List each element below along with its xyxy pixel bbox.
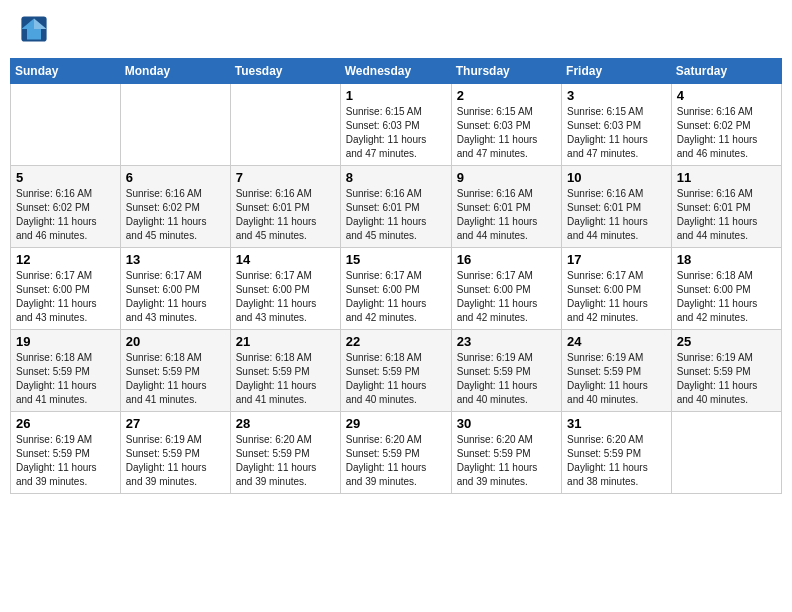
week-row-1: 1Sunrise: 6:15 AM Sunset: 6:03 PM Daylig… [11, 84, 782, 166]
calendar-cell: 19Sunrise: 6:18 AM Sunset: 5:59 PM Dayli… [11, 330, 121, 412]
cell-info: Sunrise: 6:19 AM Sunset: 5:59 PM Dayligh… [677, 351, 776, 407]
calendar-cell: 7Sunrise: 6:16 AM Sunset: 6:01 PM Daylig… [230, 166, 340, 248]
cell-info: Sunrise: 6:16 AM Sunset: 6:01 PM Dayligh… [346, 187, 446, 243]
logo-icon [20, 15, 48, 43]
day-number: 20 [126, 334, 225, 349]
calendar-cell: 21Sunrise: 6:18 AM Sunset: 5:59 PM Dayli… [230, 330, 340, 412]
day-number: 3 [567, 88, 666, 103]
day-number: 22 [346, 334, 446, 349]
day-number: 21 [236, 334, 335, 349]
calendar-cell: 4Sunrise: 6:16 AM Sunset: 6:02 PM Daylig… [671, 84, 781, 166]
week-row-4: 19Sunrise: 6:18 AM Sunset: 5:59 PM Dayli… [11, 330, 782, 412]
day-number: 31 [567, 416, 666, 431]
day-number: 11 [677, 170, 776, 185]
calendar-cell: 14Sunrise: 6:17 AM Sunset: 6:00 PM Dayli… [230, 248, 340, 330]
day-number: 30 [457, 416, 556, 431]
weekday-friday: Friday [562, 59, 672, 84]
calendar-cell: 13Sunrise: 6:17 AM Sunset: 6:00 PM Dayli… [120, 248, 230, 330]
cell-info: Sunrise: 6:16 AM Sunset: 6:01 PM Dayligh… [677, 187, 776, 243]
calendar-cell: 18Sunrise: 6:18 AM Sunset: 6:00 PM Dayli… [671, 248, 781, 330]
day-number: 1 [346, 88, 446, 103]
calendar-cell: 23Sunrise: 6:19 AM Sunset: 5:59 PM Dayli… [451, 330, 561, 412]
cell-info: Sunrise: 6:19 AM Sunset: 5:59 PM Dayligh… [457, 351, 556, 407]
cell-info: Sunrise: 6:17 AM Sunset: 6:00 PM Dayligh… [567, 269, 666, 325]
cell-info: Sunrise: 6:15 AM Sunset: 6:03 PM Dayligh… [457, 105, 556, 161]
cell-info: Sunrise: 6:17 AM Sunset: 6:00 PM Dayligh… [16, 269, 115, 325]
day-number: 7 [236, 170, 335, 185]
cell-info: Sunrise: 6:20 AM Sunset: 5:59 PM Dayligh… [236, 433, 335, 489]
cell-info: Sunrise: 6:18 AM Sunset: 5:59 PM Dayligh… [126, 351, 225, 407]
cell-info: Sunrise: 6:15 AM Sunset: 6:03 PM Dayligh… [346, 105, 446, 161]
cell-info: Sunrise: 6:18 AM Sunset: 5:59 PM Dayligh… [16, 351, 115, 407]
calendar-cell: 5Sunrise: 6:16 AM Sunset: 6:02 PM Daylig… [11, 166, 121, 248]
calendar-cell: 2Sunrise: 6:15 AM Sunset: 6:03 PM Daylig… [451, 84, 561, 166]
cell-info: Sunrise: 6:17 AM Sunset: 6:00 PM Dayligh… [126, 269, 225, 325]
day-number: 24 [567, 334, 666, 349]
calendar-cell: 28Sunrise: 6:20 AM Sunset: 5:59 PM Dayli… [230, 412, 340, 494]
cell-info: Sunrise: 6:16 AM Sunset: 6:02 PM Dayligh… [16, 187, 115, 243]
calendar-cell: 15Sunrise: 6:17 AM Sunset: 6:00 PM Dayli… [340, 248, 451, 330]
weekday-saturday: Saturday [671, 59, 781, 84]
cell-info: Sunrise: 6:17 AM Sunset: 6:00 PM Dayligh… [236, 269, 335, 325]
cell-info: Sunrise: 6:18 AM Sunset: 5:59 PM Dayligh… [236, 351, 335, 407]
week-row-3: 12Sunrise: 6:17 AM Sunset: 6:00 PM Dayli… [11, 248, 782, 330]
day-number: 15 [346, 252, 446, 267]
cell-info: Sunrise: 6:20 AM Sunset: 5:59 PM Dayligh… [567, 433, 666, 489]
calendar-cell: 8Sunrise: 6:16 AM Sunset: 6:01 PM Daylig… [340, 166, 451, 248]
calendar-cell: 1Sunrise: 6:15 AM Sunset: 6:03 PM Daylig… [340, 84, 451, 166]
calendar-cell [230, 84, 340, 166]
calendar-cell: 11Sunrise: 6:16 AM Sunset: 6:01 PM Dayli… [671, 166, 781, 248]
day-number: 4 [677, 88, 776, 103]
day-number: 9 [457, 170, 556, 185]
day-number: 17 [567, 252, 666, 267]
day-number: 28 [236, 416, 335, 431]
calendar-cell: 20Sunrise: 6:18 AM Sunset: 5:59 PM Dayli… [120, 330, 230, 412]
day-number: 2 [457, 88, 556, 103]
calendar-cell: 16Sunrise: 6:17 AM Sunset: 6:00 PM Dayli… [451, 248, 561, 330]
day-number: 29 [346, 416, 446, 431]
day-number: 26 [16, 416, 115, 431]
cell-info: Sunrise: 6:20 AM Sunset: 5:59 PM Dayligh… [457, 433, 556, 489]
day-number: 16 [457, 252, 556, 267]
calendar-table: SundayMondayTuesdayWednesdayThursdayFrid… [10, 58, 782, 494]
cell-info: Sunrise: 6:17 AM Sunset: 6:00 PM Dayligh… [457, 269, 556, 325]
calendar-cell: 17Sunrise: 6:17 AM Sunset: 6:00 PM Dayli… [562, 248, 672, 330]
calendar-cell: 3Sunrise: 6:15 AM Sunset: 6:03 PM Daylig… [562, 84, 672, 166]
cell-info: Sunrise: 6:20 AM Sunset: 5:59 PM Dayligh… [346, 433, 446, 489]
cell-info: Sunrise: 6:17 AM Sunset: 6:00 PM Dayligh… [346, 269, 446, 325]
logo [20, 15, 52, 43]
calendar-cell: 29Sunrise: 6:20 AM Sunset: 5:59 PM Dayli… [340, 412, 451, 494]
weekday-tuesday: Tuesday [230, 59, 340, 84]
day-number: 23 [457, 334, 556, 349]
day-number: 19 [16, 334, 115, 349]
day-number: 27 [126, 416, 225, 431]
page-header [10, 10, 782, 48]
weekday-monday: Monday [120, 59, 230, 84]
day-number: 14 [236, 252, 335, 267]
day-number: 13 [126, 252, 225, 267]
calendar-cell: 30Sunrise: 6:20 AM Sunset: 5:59 PM Dayli… [451, 412, 561, 494]
calendar-cell: 6Sunrise: 6:16 AM Sunset: 6:02 PM Daylig… [120, 166, 230, 248]
weekday-sunday: Sunday [11, 59, 121, 84]
calendar-cell [11, 84, 121, 166]
calendar-cell: 10Sunrise: 6:16 AM Sunset: 6:01 PM Dayli… [562, 166, 672, 248]
calendar-cell: 31Sunrise: 6:20 AM Sunset: 5:59 PM Dayli… [562, 412, 672, 494]
day-number: 5 [16, 170, 115, 185]
cell-info: Sunrise: 6:16 AM Sunset: 6:01 PM Dayligh… [457, 187, 556, 243]
cell-info: Sunrise: 6:18 AM Sunset: 6:00 PM Dayligh… [677, 269, 776, 325]
calendar-cell: 9Sunrise: 6:16 AM Sunset: 6:01 PM Daylig… [451, 166, 561, 248]
cell-info: Sunrise: 6:16 AM Sunset: 6:01 PM Dayligh… [236, 187, 335, 243]
calendar-cell: 12Sunrise: 6:17 AM Sunset: 6:00 PM Dayli… [11, 248, 121, 330]
week-row-2: 5Sunrise: 6:16 AM Sunset: 6:02 PM Daylig… [11, 166, 782, 248]
cell-info: Sunrise: 6:16 AM Sunset: 6:02 PM Dayligh… [677, 105, 776, 161]
cell-info: Sunrise: 6:18 AM Sunset: 5:59 PM Dayligh… [346, 351, 446, 407]
weekday-wednesday: Wednesday [340, 59, 451, 84]
cell-info: Sunrise: 6:16 AM Sunset: 6:02 PM Dayligh… [126, 187, 225, 243]
day-number: 12 [16, 252, 115, 267]
calendar-cell: 27Sunrise: 6:19 AM Sunset: 5:59 PM Dayli… [120, 412, 230, 494]
calendar-cell: 24Sunrise: 6:19 AM Sunset: 5:59 PM Dayli… [562, 330, 672, 412]
cell-info: Sunrise: 6:19 AM Sunset: 5:59 PM Dayligh… [567, 351, 666, 407]
cell-info: Sunrise: 6:19 AM Sunset: 5:59 PM Dayligh… [16, 433, 115, 489]
weekday-header-row: SundayMondayTuesdayWednesdayThursdayFrid… [11, 59, 782, 84]
day-number: 18 [677, 252, 776, 267]
